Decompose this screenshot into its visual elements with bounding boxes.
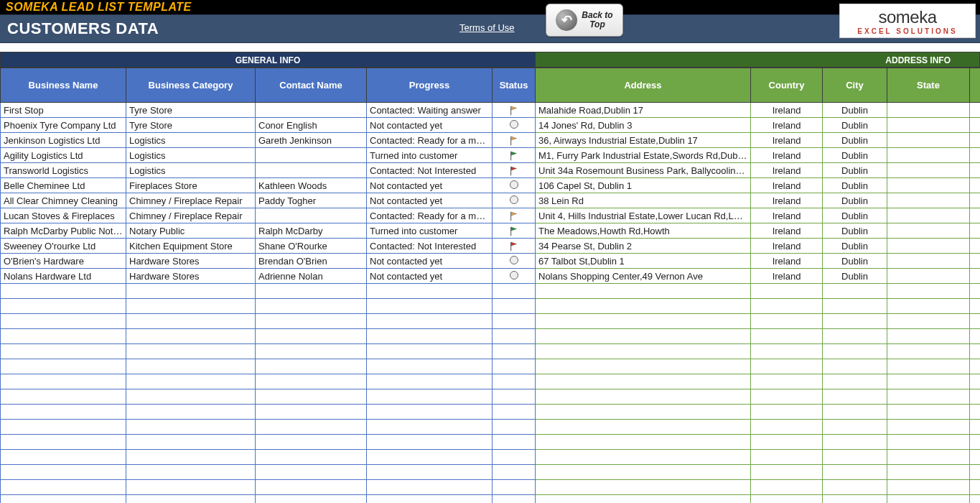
empty-cell[interactable] [126, 299, 256, 314]
empty-cell[interactable] [970, 344, 981, 359]
cell-country[interactable]: Ireland [751, 208, 823, 223]
empty-cell[interactable] [493, 465, 536, 480]
cell-status[interactable] [493, 148, 536, 163]
cell-contact-name[interactable] [256, 148, 367, 163]
empty-cell[interactable] [751, 329, 823, 344]
empty-cell[interactable] [536, 359, 751, 374]
cell-progress[interactable]: Contacted: Ready for a meeting [367, 133, 493, 148]
table-row[interactable] [1, 495, 981, 504]
cell-status[interactable] [493, 133, 536, 148]
cell-address[interactable]: 36, Airways Industrial Estate,Dublin 17 [536, 133, 751, 148]
cell-status[interactable] [493, 269, 536, 284]
cell-business-category[interactable]: Logistics [126, 163, 256, 178]
table-row[interactable]: Agility Logistics LtdLogisticsTurned int… [1, 148, 981, 163]
cell-country[interactable]: Ireland [751, 148, 823, 163]
cell-city[interactable]: Dublin [823, 193, 887, 208]
empty-cell[interactable] [887, 359, 970, 374]
cell-progress[interactable]: Turned into customer [367, 223, 493, 239]
cell-state[interactable] [887, 223, 970, 239]
cell-contact-name[interactable]: Adrienne Nolan [256, 269, 367, 284]
cell-country[interactable]: Ireland [751, 269, 823, 284]
cell-business-category[interactable]: Tyre Store [126, 103, 256, 118]
cell-status[interactable] [493, 254, 536, 269]
empty-cell[interactable] [536, 450, 751, 465]
empty-cell[interactable] [536, 405, 751, 420]
empty-cell[interactable] [536, 495, 751, 504]
cell-extra[interactable] [970, 163, 981, 178]
empty-cell[interactable] [751, 480, 823, 495]
empty-cell[interactable] [493, 389, 536, 405]
cell-extra[interactable] [970, 254, 981, 269]
cell-state[interactable] [887, 269, 970, 284]
empty-cell[interactable] [126, 284, 256, 299]
empty-cell[interactable] [1, 465, 126, 480]
cell-business-category[interactable]: Logistics [126, 133, 256, 148]
empty-cell[interactable] [1, 299, 126, 314]
col-business-name[interactable]: Business Name [1, 68, 126, 103]
empty-cell[interactable] [887, 314, 970, 329]
empty-cell[interactable] [256, 314, 367, 329]
empty-cell[interactable] [887, 435, 970, 450]
back-to-top-button[interactable]: ↶ Back to Top [546, 4, 623, 37]
empty-cell[interactable] [256, 495, 367, 504]
empty-cell[interactable] [1, 284, 126, 299]
table-row[interactable]: First StopTyre StoreContacted: Waiting a… [1, 103, 981, 118]
cell-business-name[interactable]: Nolans Hardware Ltd [1, 269, 126, 284]
cell-city[interactable]: Dublin [823, 118, 887, 133]
empty-cell[interactable] [256, 465, 367, 480]
cell-address[interactable]: Malahide Road,Dublin 17 [536, 103, 751, 118]
table-row[interactable] [1, 344, 981, 359]
cell-state[interactable] [887, 103, 970, 118]
cell-contact-name[interactable]: Brendan O'Brien [256, 254, 367, 269]
empty-cell[interactable] [536, 314, 751, 329]
empty-cell[interactable] [126, 495, 256, 504]
empty-cell[interactable] [126, 329, 256, 344]
empty-cell[interactable] [126, 314, 256, 329]
cell-city[interactable]: Dublin [823, 269, 887, 284]
table-row[interactable] [1, 450, 981, 465]
empty-cell[interactable] [493, 450, 536, 465]
table-row[interactable] [1, 435, 981, 450]
empty-cell[interactable] [751, 420, 823, 435]
empty-cell[interactable] [887, 480, 970, 495]
table-row[interactable]: Lucan Stoves & FireplacesChimney / Firep… [1, 208, 981, 223]
cell-city[interactable]: Dublin [823, 163, 887, 178]
cell-address[interactable]: 14 Jones' Rd, Dublin 3 [536, 118, 751, 133]
empty-cell[interactable] [493, 299, 536, 314]
empty-cell[interactable] [126, 359, 256, 374]
cell-address[interactable]: 38 Lein Rd [536, 193, 751, 208]
empty-cell[interactable] [126, 420, 256, 435]
empty-cell[interactable] [126, 435, 256, 450]
empty-cell[interactable] [1, 450, 126, 465]
empty-cell[interactable] [823, 284, 887, 299]
empty-cell[interactable] [1, 435, 126, 450]
cell-business-name[interactable]: All Clear Chimney Cleaning [1, 193, 126, 208]
empty-cell[interactable] [256, 284, 367, 299]
cell-city[interactable]: Dublin [823, 178, 887, 193]
empty-cell[interactable] [887, 495, 970, 504]
cell-status[interactable] [493, 163, 536, 178]
empty-cell[interactable] [256, 299, 367, 314]
cell-state[interactable] [887, 178, 970, 193]
cell-extra[interactable] [970, 148, 981, 163]
empty-cell[interactable] [887, 420, 970, 435]
cell-business-name[interactable]: Belle Cheminee Ltd [1, 178, 126, 193]
empty-cell[interactable] [823, 314, 887, 329]
empty-cell[interactable] [126, 450, 256, 465]
cell-state[interactable] [887, 254, 970, 269]
empty-cell[interactable] [887, 374, 970, 389]
cell-extra[interactable] [970, 223, 981, 239]
empty-cell[interactable] [367, 480, 493, 495]
empty-cell[interactable] [126, 465, 256, 480]
cell-country[interactable]: Ireland [751, 239, 823, 254]
empty-cell[interactable] [823, 299, 887, 314]
cell-status[interactable] [493, 118, 536, 133]
cell-contact-name[interactable] [256, 208, 367, 223]
col-country[interactable]: Country [751, 68, 823, 103]
cell-city[interactable]: Dublin [823, 103, 887, 118]
cell-country[interactable]: Ireland [751, 163, 823, 178]
cell-address[interactable]: Unit 4, Hills Industrial Estate,Lower Lu… [536, 208, 751, 223]
cell-country[interactable]: Ireland [751, 118, 823, 133]
cell-business-category[interactable]: Tyre Store [126, 118, 256, 133]
table-row[interactable]: Belle Cheminee LtdFireplaces StoreKathle… [1, 178, 981, 193]
